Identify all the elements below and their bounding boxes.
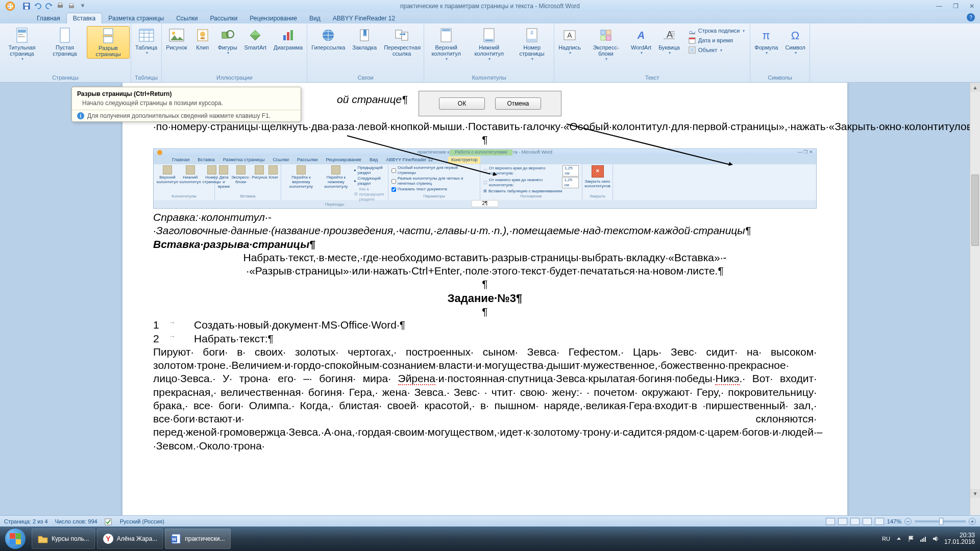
cancel-button[interactable]: Отмена: [495, 97, 541, 110]
taskbar: Курсы поль... Y Алёна Жара... W практиче…: [0, 527, 980, 551]
status-lang[interactable]: Русский (Россия): [120, 518, 164, 524]
svg-rect-62: [690, 48, 694, 52]
group-text-label: Текст: [555, 73, 749, 82]
date-time-button[interactable]: Дата и время: [686, 36, 747, 45]
quick-print-icon[interactable]: [67, 2, 76, 10]
svg-rect-15: [104, 29, 113, 35]
status-page[interactable]: Страница: 2 из 4: [4, 518, 48, 524]
save-icon[interactable]: [22, 2, 31, 10]
svg-rect-73: [922, 539, 923, 542]
undo-icon[interactable]: [34, 2, 42, 10]
tab-page-layout[interactable]: Разметка страницы: [102, 13, 170, 23]
qat-dropdown-icon[interactable]: [79, 2, 87, 10]
view-print-layout-icon[interactable]: [826, 518, 835, 525]
tray-lang[interactable]: RU: [882, 536, 890, 542]
header-button[interactable]: Верхний колонтитул▾: [425, 26, 467, 62]
object-button[interactable]: Объект▾: [686, 45, 747, 55]
folder-icon: [37, 533, 48, 544]
emb-ribbon: Верхний колонтитул Нижний колонтитул Ном…: [154, 164, 816, 200]
tray-show-hidden-icon[interactable]: [895, 535, 902, 542]
taskbar-item-yandex[interactable]: Y Алёна Жара...: [97, 529, 163, 549]
zoom-slider[interactable]: [915, 520, 966, 522]
blank-page-button[interactable]: Пустая страница: [44, 26, 86, 58]
view-reading-icon[interactable]: [838, 518, 847, 525]
window-title: практические к параметрам страницы и тек…: [400, 3, 580, 10]
close-button[interactable]: ✕: [966, 2, 978, 10]
footer-button[interactable]: Нижний колонтитул▾: [468, 26, 510, 62]
office-button[interactable]: [0, 0, 20, 12]
status-spell-icon[interactable]: [105, 517, 113, 525]
shapes-button[interactable]: Фигуры▾: [215, 26, 240, 56]
tab-references[interactable]: Ссылки: [170, 13, 204, 23]
page-number-icon: #: [524, 27, 540, 43]
tab-mailings[interactable]: Рассылки: [204, 13, 243, 23]
document-content[interactable]: ой странице¶ Вставить·номер·–·по·номеру·…: [153, 93, 817, 453]
doc-p3: ¶: [153, 133, 817, 146]
svg-rect-36: [402, 32, 408, 40]
equation-button[interactable]: π Формула▾: [751, 26, 781, 56]
tray-volume-icon[interactable]: [932, 535, 939, 542]
tab-abbyy[interactable]: ABBYY FineReader 12: [327, 13, 402, 23]
svg-rect-32: [290, 30, 293, 40]
cover-page-button[interactable]: Титульная страница▾: [1, 26, 43, 62]
view-web-icon[interactable]: [850, 518, 860, 525]
signature-icon: [688, 27, 696, 35]
zoom-value[interactable]: 147%: [887, 518, 901, 524]
titlebar: практические к параметрам страницы и тек…: [0, 0, 980, 12]
maximize-button[interactable]: ❐: [949, 2, 962, 10]
zoom-in-icon[interactable]: +: [969, 518, 976, 525]
wordart-button[interactable]: A WordArt▾: [628, 26, 654, 56]
svg-rect-49: [606, 30, 611, 35]
group-text: A Надпись▾ Экспресс-блоки▾ A WordArt▾ A …: [554, 23, 750, 82]
embedded-screenshot: практические к параметрам страницы и тек…: [153, 148, 817, 209]
crossref-button[interactable]: Перекрестная ссылка: [381, 26, 423, 58]
taskbar-item-explorer[interactable]: Курсы поль...: [32, 529, 95, 549]
textbox-button[interactable]: A Надпись▾: [555, 26, 584, 56]
tray-clock[interactable]: 20:33 17.01.2016: [944, 532, 975, 545]
status-words[interactable]: Число слов: 994: [55, 518, 97, 524]
chart-button[interactable]: Диаграмма: [271, 26, 306, 52]
table-button[interactable]: Таблица▾: [132, 26, 160, 56]
view-draft-icon[interactable]: [875, 518, 884, 525]
dropcap-button[interactable]: A Буквица▾: [655, 26, 683, 56]
tray-flag-icon[interactable]: [908, 535, 915, 542]
info-icon: i: [77, 112, 84, 119]
svg-rect-23: [139, 29, 154, 31]
group-tables: Таблица▾ Таблицы: [131, 23, 162, 82]
tooltip-title: Разрыв страницы (Ctrl+Return): [72, 87, 301, 98]
minimize-button[interactable]: —: [933, 2, 945, 10]
svg-rect-72: [920, 540, 921, 542]
redo-icon[interactable]: [45, 2, 53, 10]
page-break-button[interactable]: Разрыв страницы: [87, 26, 130, 59]
statusbar: Страница: 2 из 4 Число слов: 994 Русский…: [0, 515, 980, 527]
quickparts-button[interactable]: Экспресс-блоки▾: [585, 26, 627, 62]
help-icon[interactable]: ?: [967, 13, 975, 21]
scroll-thumb[interactable]: [971, 174, 979, 246]
group-symbols: π Формула▾ Ω Символ▾ Символы: [750, 23, 810, 82]
tab-insert[interactable]: Вставка: [66, 13, 103, 23]
hyperlink-button[interactable]: Гиперссылка: [308, 26, 348, 52]
view-outline-icon[interactable]: [863, 518, 872, 525]
clip-button[interactable]: Клип: [191, 26, 214, 52]
tab-view[interactable]: Вид: [303, 13, 327, 23]
page-number-button[interactable]: # Номер страницы▾: [511, 26, 553, 62]
scroll-down-icon[interactable]: ▼: [970, 489, 980, 498]
dialog-ok-cancel: ОК Отмена: [419, 91, 561, 116]
signature-line-button[interactable]: Строка подписи▾: [686, 26, 747, 35]
picture-button[interactable]: Рисунок: [163, 26, 190, 52]
word-doc-icon: W: [170, 533, 182, 544]
taskbar-item-word[interactable]: W практически...: [165, 529, 230, 549]
ok-button[interactable]: ОК: [439, 97, 485, 110]
tab-home[interactable]: Главная: [31, 13, 66, 23]
smartart-button[interactable]: SmartArt: [241, 26, 270, 52]
tab-review[interactable]: Рецензирование: [243, 13, 303, 23]
scroll-up-icon[interactable]: ▲: [970, 83, 980, 92]
vertical-scrollbar[interactable]: ▲ ▼: [970, 83, 980, 516]
start-button[interactable]: [0, 527, 31, 551]
zoom-out-icon[interactable]: −: [904, 518, 912, 525]
print-preview-icon[interactable]: [56, 2, 64, 10]
bookmark-button[interactable]: Закладка: [349, 26, 380, 52]
tray-network-icon[interactable]: [920, 535, 927, 542]
symbol-button[interactable]: Ω Символ▾: [782, 26, 808, 56]
document-page[interactable]: ой странице¶ Вставить·номер·–·по·номеру·…: [122, 83, 847, 516]
